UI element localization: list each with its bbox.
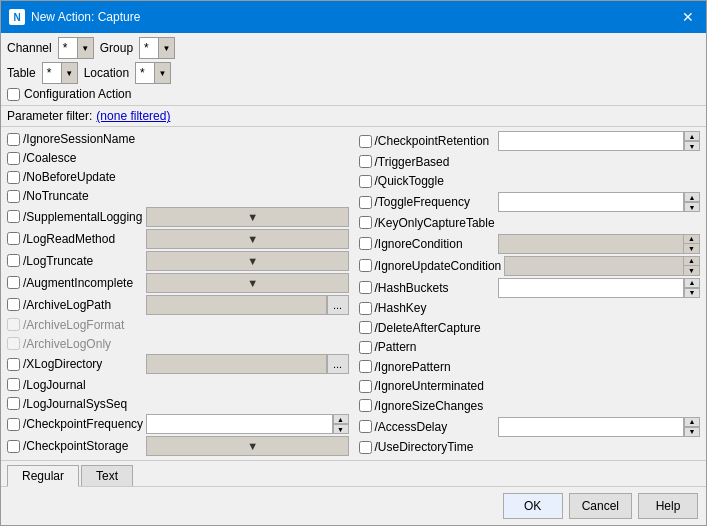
cb-quickToggle[interactable] <box>359 175 372 188</box>
cb-archiveLogOnly[interactable] <box>7 337 20 350</box>
cb-archiveLogFormat[interactable] <box>7 318 20 331</box>
input-accessDelay[interactable] <box>498 417 685 437</box>
cb-ignoreUnterminated[interactable] <box>359 380 372 393</box>
lbl-quickToggle: /QuickToggle <box>375 174 495 188</box>
cb-logJournal[interactable] <box>7 378 20 391</box>
param-row-ignoreCondition: /IgnoreCondition ▲ ▼ <box>359 234 701 254</box>
cb-logReadMethod[interactable] <box>7 232 20 245</box>
left-column: /IgnoreSessionName /Coalesce /NoBeforeUp… <box>7 131 349 456</box>
spinner-accessDelay-down[interactable]: ▼ <box>684 427 700 437</box>
group-value: * <box>140 41 158 55</box>
spinner-checkpointFrequency-btns: ▲ ▼ <box>333 414 349 434</box>
cb-checkpointStorage[interactable] <box>7 440 20 453</box>
input-hashBuckets[interactable] <box>498 278 685 298</box>
lbl-ignoreUnterminated: /IgnoreUnterminated <box>375 379 495 393</box>
cb-ignoreCondition[interactable] <box>359 237 372 250</box>
dd-logReadMethod-arrow: ▼ <box>245 233 345 245</box>
config-action-checkbox[interactable] <box>7 88 20 101</box>
cb-keyOnlyCaptureTable[interactable] <box>359 216 372 229</box>
cancel-button[interactable]: Cancel <box>569 493 632 519</box>
lbl-noBeforeUpdate: /NoBeforeUpdate <box>23 170 143 184</box>
param-row-logReadMethod: /LogReadMethod ▼ <box>7 229 349 249</box>
spinner-checkpointRetention-down[interactable]: ▼ <box>684 141 700 151</box>
lbl-augmentIncomplete: /AugmentIncomplete <box>23 276 143 290</box>
toolbar: Channel * ▼ Group * ▼ Table * ▼ Location… <box>1 33 706 106</box>
cb-archiveLogPath[interactable] <box>7 298 20 311</box>
channel-arrow[interactable]: ▼ <box>77 38 93 58</box>
input-xLogDirectory[interactable] <box>146 354 327 374</box>
cb-deleteAfterCapture[interactable] <box>359 321 372 334</box>
dd-logReadMethod[interactable]: ▼ <box>146 229 349 249</box>
group-arrow[interactable]: ▼ <box>158 38 174 58</box>
spinner-checkpointRetention-up[interactable]: ▲ <box>684 131 700 141</box>
browse-archiveLogPath[interactable]: ... <box>327 295 349 315</box>
param-row-logTruncate: /LogTruncate ▼ <box>7 251 349 271</box>
spinner-checkpointFrequency-up[interactable]: ▲ <box>333 414 349 424</box>
help-button[interactable]: Help <box>638 493 698 519</box>
cb-useDirectoryTime[interactable] <box>359 441 372 454</box>
input-checkpointFrequency[interactable] <box>146 414 332 434</box>
browse-xLogDirectory[interactable]: ... <box>327 354 349 374</box>
cb-pattern[interactable] <box>359 341 372 354</box>
lbl-ignorePattern: /IgnorePattern <box>375 360 495 374</box>
dd-logTruncate[interactable]: ▼ <box>146 251 349 271</box>
param-filter-value[interactable]: (none filtered) <box>96 109 170 123</box>
cb-logTruncate[interactable] <box>7 254 20 267</box>
cb-hashBuckets[interactable] <box>359 281 372 294</box>
cb-hashKey[interactable] <box>359 302 372 315</box>
table-arrow[interactable]: ▼ <box>61 63 77 83</box>
cb-logJournalSysSeq[interactable] <box>7 397 20 410</box>
cb-ignoreSizeChanges[interactable] <box>359 399 372 412</box>
cb-augmentIncomplete[interactable] <box>7 276 20 289</box>
param-row-xLogDirectory: /XLogDirectory ... <box>7 354 349 374</box>
scrolldown-ignoreUpdateCondition[interactable]: ▼ <box>683 266 699 275</box>
cb-checkpointRetention[interactable] <box>359 135 372 148</box>
param-row-deleteAfterCapture: /DeleteAfterCapture <box>359 319 701 337</box>
spinner-toggleFrequency: ▲ ▼ <box>498 192 701 212</box>
tab-text[interactable]: Text <box>81 465 133 486</box>
group-dropdown[interactable]: * ▼ <box>139 37 175 59</box>
spinner-checkpointFrequency-down[interactable]: ▼ <box>333 424 349 434</box>
input-checkpointRetention[interactable] <box>498 131 685 151</box>
cb-xLogDirectory[interactable] <box>7 358 20 371</box>
channel-dropdown[interactable]: * ▼ <box>58 37 94 59</box>
input-archiveLogPath[interactable] <box>146 295 327 315</box>
spinner-toggleFrequency-up[interactable]: ▲ <box>684 192 700 202</box>
dd-checkpointStorage[interactable]: ▼ <box>146 436 349 456</box>
cb-triggerBased[interactable] <box>359 155 372 168</box>
lbl-ignoreSessionName: /IgnoreSessionName <box>23 132 143 146</box>
spinner-toggleFrequency-down[interactable]: ▼ <box>684 202 700 212</box>
cb-accessDelay[interactable] <box>359 420 372 433</box>
spinner-hashBuckets-up[interactable]: ▲ <box>684 278 700 288</box>
input-toggleFrequency[interactable] <box>498 192 685 212</box>
dd-augmentIncomplete[interactable]: ▼ <box>146 273 349 293</box>
location-arrow[interactable]: ▼ <box>154 63 170 83</box>
cb-supplementalLogging[interactable] <box>7 210 20 223</box>
cb-ignoreSessionName[interactable] <box>7 133 20 146</box>
tab-regular[interactable]: Regular <box>7 465 79 487</box>
cb-ignorePattern[interactable] <box>359 360 372 373</box>
table-dropdown[interactable]: * ▼ <box>42 62 78 84</box>
cb-noTruncate[interactable] <box>7 190 20 203</box>
spinner-accessDelay-up[interactable]: ▲ <box>684 417 700 427</box>
cb-ignoreUpdateCondition[interactable] <box>359 259 372 272</box>
main-window: N New Action: Capture ✕ Channel * ▼ Grou… <box>0 0 707 526</box>
cb-coalesce[interactable] <box>7 152 20 165</box>
param-row-quickToggle: /QuickToggle <box>359 173 701 191</box>
scrolldown-ignoreCondition[interactable]: ▼ <box>683 244 699 253</box>
dd-augmentIncomplete-arrow: ▼ <box>245 277 345 289</box>
dd-supplementalLogging[interactable]: ▼ <box>146 207 349 227</box>
scrollup-ignoreCondition[interactable]: ▲ <box>683 235 699 245</box>
scrollup-ignoreUpdateCondition[interactable]: ▲ <box>683 257 699 267</box>
spinner-hashBuckets-down[interactable]: ▼ <box>684 288 700 298</box>
param-row-checkpointFrequency: /CheckpointFrequency ▲ ▼ <box>7 414 349 434</box>
param-row-supplementalLogging: /SupplementalLogging ▼ <box>7 207 349 227</box>
location-dropdown[interactable]: * ▼ <box>135 62 171 84</box>
close-button[interactable]: ✕ <box>678 7 698 27</box>
table-label: Table <box>7 66 36 80</box>
cb-toggleFrequency[interactable] <box>359 196 372 209</box>
cb-checkpointFrequency[interactable] <box>7 418 20 431</box>
lbl-checkpointRetention: /CheckpointRetention <box>375 134 495 148</box>
cb-noBeforeUpdate[interactable] <box>7 171 20 184</box>
ok-button[interactable]: OK <box>503 493 563 519</box>
